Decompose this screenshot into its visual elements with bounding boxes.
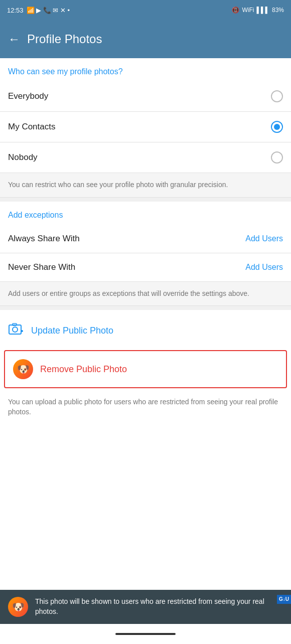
radio-everybody-label: Everybody: [8, 91, 48, 101]
visibility-section: Who can see my profile photos? Everybody…: [0, 58, 291, 198]
exceptions-section: Add exceptions Always Share With Add Use…: [0, 202, 291, 306]
radio-mycontacts-circle[interactable]: [271, 121, 283, 133]
page-title: Profile Photos: [27, 32, 102, 46]
radio-nobody-label: Nobody: [8, 152, 38, 163]
phone-icon: 📵: [232, 7, 239, 14]
remove-photo-avatar: 🐶: [13, 359, 33, 379]
remove-photo-label: Remove Public Photo: [40, 364, 127, 375]
signal-strength-icon: ▌▌▌: [256, 7, 269, 14]
never-share-add-button[interactable]: Add Users: [245, 263, 283, 272]
radio-everybody[interactable]: Everybody: [0, 81, 291, 112]
never-share-row[interactable]: Never Share With Add Users: [0, 253, 291, 282]
svg-rect-0: [9, 325, 21, 334]
exceptions-info: Add users or entire groups as exceptions…: [0, 282, 291, 306]
visibility-section-title: Who can see my profile photos?: [0, 58, 291, 81]
snackbar-text: This photo will be shown to users who ar…: [35, 597, 283, 616]
never-share-label: Never Share With: [8, 262, 75, 272]
time-display: 12:53: [7, 7, 24, 14]
snackbar-avatar: 🐶: [8, 597, 28, 617]
status-bar: 12:53 📶 ▶ 📞 ✉ ✕ • 📵 WiFi ▌▌▌ 83%: [0, 0, 291, 20]
app-bar: ← Profile Photos: [0, 20, 291, 58]
svg-point-1: [13, 327, 18, 332]
snackbar: 🐶 This photo will be shown to users who …: [0, 590, 291, 624]
always-share-row[interactable]: Always Share With Add Users: [0, 225, 291, 253]
battery-display: 83%: [272, 7, 284, 14]
visibility-info: You can restrict who can see your profil…: [0, 173, 291, 198]
update-photo-item[interactable]: Update Public Photo: [0, 313, 291, 348]
status-right: 📵 WiFi ▌▌▌ 83%: [232, 7, 284, 14]
remove-photo-item[interactable]: 🐶 Remove Public Photo: [4, 350, 287, 388]
photo-info: You can upload a public photo for users …: [0, 390, 291, 424]
section-divider-2: [0, 306, 291, 310]
nav-bar: [0, 624, 291, 644]
radio-mycontacts-label: My Contacts: [8, 122, 55, 132]
back-button[interactable]: ←: [8, 32, 20, 46]
always-share-label: Always Share With: [8, 234, 80, 244]
update-photo-label: Update Public Photo: [31, 326, 113, 336]
radio-nobody[interactable]: Nobody: [0, 142, 291, 173]
wifi-icon: WiFi: [242, 7, 254, 14]
main-content: Who can see my profile photos? Everybody…: [0, 58, 291, 594]
exceptions-section-title: Add exceptions: [0, 202, 291, 225]
home-indicator[interactable]: [115, 633, 176, 635]
always-share-add-button[interactable]: Add Users: [245, 234, 283, 243]
section-divider-1: [0, 198, 291, 202]
status-left: 12:53 📶 ▶ 📞 ✉ ✕ •: [7, 7, 70, 14]
radio-everybody-circle[interactable]: [271, 90, 283, 102]
signal-icons: 📶 ▶ 📞 ✉ ✕ •: [27, 7, 70, 14]
photo-actions-section: Update Public Photo 🐶 Remove Public Phot…: [0, 310, 291, 427]
radio-nobody-circle[interactable]: [271, 151, 283, 164]
watermark: G↓U: [277, 595, 291, 604]
camera-icon: [8, 321, 24, 340]
radio-mycontacts[interactable]: My Contacts: [0, 112, 291, 142]
